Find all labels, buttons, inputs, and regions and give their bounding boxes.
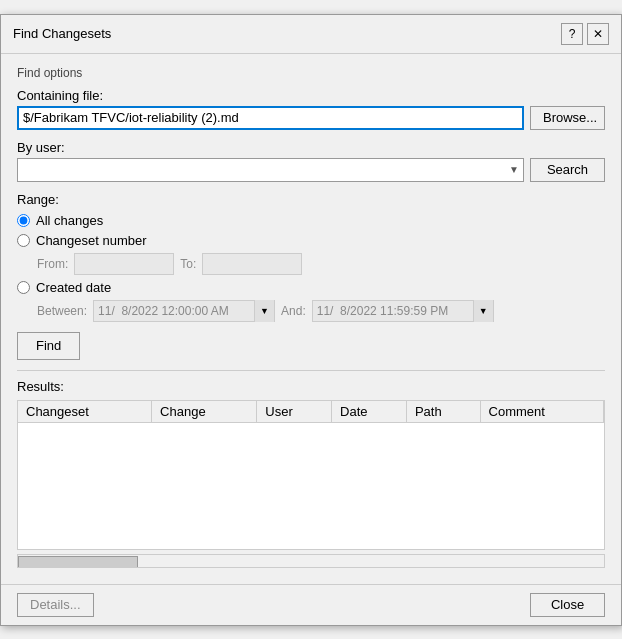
to-input (202, 253, 302, 275)
close-button[interactable]: Close (530, 593, 605, 617)
date-input-row: Between: ▼ And: ▼ (17, 300, 605, 322)
from-to-row: From: To: (17, 253, 605, 275)
by-user-label-text: By user: (17, 140, 65, 155)
and-date-wrap: ▼ (312, 300, 494, 322)
to-label: To: (180, 257, 196, 271)
between-label: Between: (37, 304, 87, 318)
find-options-label: Find options (17, 66, 605, 80)
find-button-row: Find (17, 332, 605, 360)
by-user-combo[interactable]: ▼ (17, 158, 524, 182)
containing-file-label: Containing file: (17, 88, 605, 103)
col-change: Change (152, 401, 257, 423)
results-label: Results: (17, 379, 605, 394)
browse-button[interactable]: Browse... (530, 106, 605, 130)
changeset-number-radio[interactable] (17, 234, 30, 247)
find-changesets-dialog: Find Changesets ? ✕ Find options Contain… (0, 14, 622, 626)
col-user: User (257, 401, 332, 423)
title-bar-controls: ? ✕ (561, 23, 609, 45)
title-bar: Find Changesets ? ✕ (1, 15, 621, 54)
all-changes-label[interactable]: All changes (36, 213, 103, 228)
between-date-input (94, 304, 254, 318)
all-changes-radio[interactable] (17, 214, 30, 227)
col-date: Date (332, 401, 407, 423)
from-input (74, 253, 174, 275)
from-label: From: (37, 257, 68, 271)
scrollbar-thumb (18, 556, 138, 568)
containing-file-group: Containing file: Browse... (17, 88, 605, 130)
results-section: Results: Changeset Change User Date Path… (17, 370, 605, 568)
help-button[interactable]: ? (561, 23, 583, 45)
changeset-number-row: Changeset number (17, 233, 605, 248)
results-table-wrap[interactable]: Changeset Change User Date Path Comment (17, 400, 605, 550)
results-header-row: Changeset Change User Date Path Comment (18, 401, 604, 423)
changeset-number-label[interactable]: Changeset number (36, 233, 147, 248)
by-user-label: By user: (17, 140, 605, 155)
all-changes-row: All changes (17, 213, 605, 228)
created-date-row: Created date (17, 280, 605, 295)
between-date-wrap: ▼ (93, 300, 275, 322)
dialog-footer: Details... Close (1, 584, 621, 625)
containing-file-row: Browse... (17, 106, 605, 130)
results-table: Changeset Change User Date Path Comment (18, 401, 604, 423)
search-button[interactable]: Search (530, 158, 605, 182)
range-section: Range: All changes Changeset number From… (17, 192, 605, 322)
dialog-body: Find options Containing file: Browse... … (1, 54, 621, 580)
between-date-picker-btn: ▼ (254, 300, 274, 322)
range-label: Range: (17, 192, 605, 207)
combo-arrow-icon: ▼ (509, 164, 519, 175)
footer-left: Details... (17, 593, 94, 617)
and-date-input (313, 304, 473, 318)
by-user-group: By user: ▼ Search (17, 140, 605, 182)
horizontal-scrollbar[interactable] (17, 554, 605, 568)
details-button[interactable]: Details... (17, 593, 94, 617)
close-title-button[interactable]: ✕ (587, 23, 609, 45)
and-label: And: (281, 304, 306, 318)
col-path: Path (406, 401, 480, 423)
footer-right: Close (530, 593, 605, 617)
created-date-label[interactable]: Created date (36, 280, 111, 295)
col-comment: Comment (480, 401, 603, 423)
by-user-row: ▼ Search (17, 158, 605, 182)
and-date-picker-btn: ▼ (473, 300, 493, 322)
containing-file-input[interactable] (17, 106, 524, 130)
find-button[interactable]: Find (17, 332, 80, 360)
created-date-radio[interactable] (17, 281, 30, 294)
dialog-title: Find Changesets (13, 26, 111, 41)
col-changeset: Changeset (18, 401, 152, 423)
